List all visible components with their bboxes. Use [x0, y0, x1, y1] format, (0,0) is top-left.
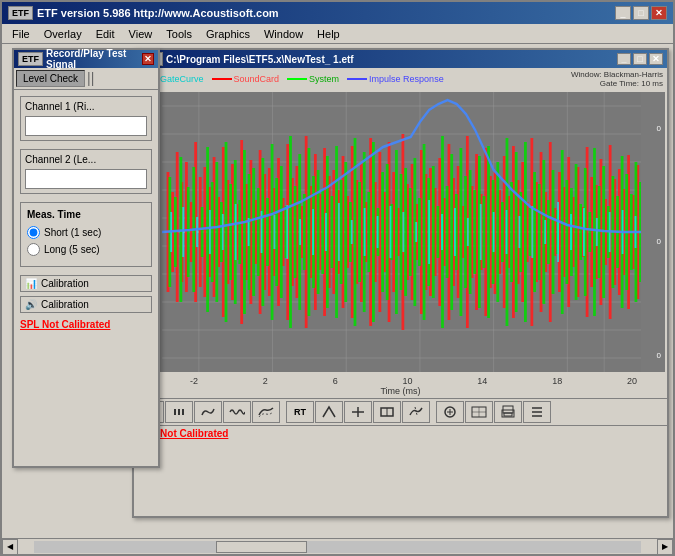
- svg-rect-264: [178, 409, 180, 415]
- svg-rect-239: [377, 216, 379, 248]
- tool-btn-9[interactable]: [402, 401, 430, 423]
- svg-rect-254: [570, 214, 572, 250]
- channel2-group: Channel 2 (Le...: [20, 149, 152, 194]
- channel2-label: Channel 2 (Le...: [25, 154, 147, 165]
- svg-rect-136: [243, 150, 246, 314]
- svg-rect-152: [317, 170, 320, 294]
- svg-rect-205: [561, 150, 564, 314]
- svg-rect-200: [538, 184, 541, 280]
- calibration1-button[interactable]: 📊 Calibration: [20, 275, 152, 292]
- tool-btn-7[interactable]: [344, 401, 372, 423]
- menu-help[interactable]: Help: [311, 26, 346, 42]
- close-button[interactable]: ✕: [651, 6, 667, 20]
- svg-rect-244: [441, 214, 443, 250]
- tool-btn-6[interactable]: [315, 401, 343, 423]
- menu-view[interactable]: View: [123, 26, 159, 42]
- svg-rect-135: [238, 200, 241, 264]
- chart-maximize-button[interactable]: □: [633, 53, 647, 65]
- menu-edit[interactable]: Edit: [90, 26, 121, 42]
- svg-rect-133: [229, 184, 232, 280]
- menu-window[interactable]: Window: [258, 26, 309, 42]
- title-buttons: _ □ ✕: [615, 6, 667, 20]
- chart-minimize-button[interactable]: _: [617, 53, 631, 65]
- svg-rect-243: [428, 200, 430, 264]
- x-label-0: -2: [190, 376, 198, 386]
- chart-window: ETF C:\Program Files\ETF5.x\NewTest_ 1.e…: [132, 48, 669, 518]
- tool-btn-3[interactable]: [194, 401, 222, 423]
- svg-rect-166: [381, 172, 384, 292]
- svg-rect-237: [351, 220, 353, 244]
- x-label-2: 2: [263, 376, 268, 386]
- svg-rect-125: [187, 187, 190, 277]
- tool-btn-5[interactable]: [252, 401, 280, 423]
- channel1-group: Channel 1 (Ri...: [20, 96, 152, 141]
- svg-rect-146: [289, 136, 292, 328]
- gate-info: Gate Time: 10 ms: [571, 79, 663, 88]
- tool-btn-10[interactable]: [436, 401, 464, 423]
- minimize-button[interactable]: _: [615, 6, 631, 20]
- long-radio[interactable]: [27, 243, 40, 256]
- svg-rect-235: [325, 213, 327, 251]
- chart-close-button[interactable]: ✕: [649, 53, 663, 65]
- menu-tools[interactable]: Tools: [160, 26, 198, 42]
- svg-rect-240: [390, 206, 392, 258]
- svg-rect-233: [299, 219, 301, 245]
- svg-rect-249: [506, 210, 508, 254]
- scroll-left-button[interactable]: ◀: [2, 539, 18, 555]
- svg-rect-186: [473, 190, 476, 274]
- svg-rect-183: [460, 148, 463, 316]
- cal1-icon: 📊: [25, 278, 37, 289]
- svg-rect-161: [358, 182, 361, 282]
- menu-overlay[interactable]: Overlay: [38, 26, 88, 42]
- chart-area[interactable]: 100 80 60 40 20 0 -20 -40 -60 -80 -100: [136, 92, 665, 372]
- short-label: Short (1 sec): [44, 227, 101, 238]
- chart-title-left: ETF C:\Program Files\ETF5.x\NewTest_ 1.e…: [138, 52, 354, 66]
- x-label-18: 18: [552, 376, 562, 386]
- record-dialog-title: Record/Play Test Signal: [46, 48, 142, 70]
- short-radio[interactable]: [27, 226, 40, 239]
- scrollbar-track[interactable]: [34, 541, 641, 553]
- chart-info: Window: Blackman-Harris Gate Time: 10 ms: [571, 70, 663, 88]
- menu-graphics[interactable]: Graphics: [200, 26, 256, 42]
- level-check-button[interactable]: Level Check: [16, 70, 85, 87]
- short-option[interactable]: Short (1 sec): [27, 226, 145, 239]
- window-info: Window: Blackman-Harris: [571, 70, 663, 79]
- svg-rect-253: [557, 202, 559, 262]
- tool-btn-8[interactable]: [373, 401, 401, 423]
- svg-rect-211: [588, 212, 591, 252]
- svg-rect-191: [496, 162, 499, 302]
- tool-btn-print[interactable]: [494, 401, 522, 423]
- record-dialog-close[interactable]: ✕: [142, 53, 155, 65]
- svg-rect-195: [515, 152, 518, 312]
- svg-rect-175: [423, 144, 426, 320]
- menu-file[interactable]: File: [6, 26, 36, 42]
- svg-rect-226: [209, 210, 211, 254]
- legend-area: GateCurve SoundCard System Impulse Respo…: [134, 68, 667, 90]
- maximize-button[interactable]: □: [633, 6, 649, 20]
- tool-btn-list[interactable]: [523, 401, 551, 423]
- main-scrollbar[interactable]: ◀ ▶: [2, 538, 673, 554]
- long-option[interactable]: Long (5 sec): [27, 243, 145, 256]
- cal2-icon: 🔊: [25, 299, 37, 310]
- svg-rect-142: [271, 144, 274, 320]
- chart-titlebar: ETF C:\Program Files\ETF5.x\NewTest_ 1.e…: [134, 50, 667, 68]
- svg-rect-149: [303, 194, 306, 270]
- calibration2-button[interactable]: 🔊 Calibration: [20, 296, 152, 313]
- spl-not-calibrated-status: SPL Not Calibrated: [134, 425, 667, 441]
- scroll-right-button[interactable]: ▶: [657, 539, 673, 555]
- tool-btn-11[interactable]: [465, 401, 493, 423]
- tool-btn-rt[interactable]: RT: [286, 401, 314, 423]
- svg-rect-185: [469, 170, 472, 294]
- svg-rect-139: [257, 188, 260, 276]
- svg-rect-236: [338, 203, 340, 261]
- toolbar-separator: ||: [87, 70, 94, 87]
- tool-btn-4[interactable]: [223, 401, 251, 423]
- svg-rect-208: [575, 164, 578, 300]
- svg-rect-228: [235, 204, 237, 260]
- scrollbar-thumb[interactable]: [216, 541, 307, 553]
- tool-btn-sep2: [431, 401, 435, 423]
- svg-rect-252: [544, 220, 546, 244]
- svg-rect-132: [225, 142, 228, 322]
- tool-btn-2[interactable]: [165, 401, 193, 423]
- long-label: Long (5 sec): [44, 244, 100, 255]
